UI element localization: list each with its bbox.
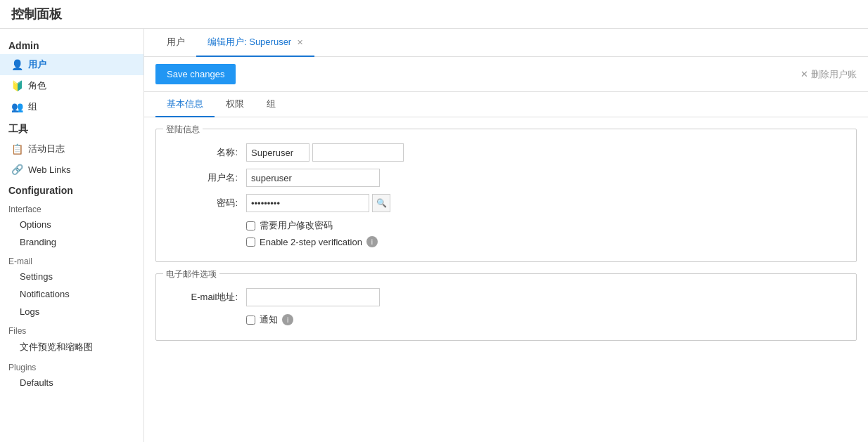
name-label: 名称: [167,146,238,159]
sidebar-item-notifications[interactable]: Notifications [0,285,143,303]
app-title: 控制面板 [11,6,857,22]
main-layout: Admin 👤 用户 🔰 角色 👥 组 工具 📋 活动日志 🔗 Web Link… [0,29,868,442]
login-section: 登陆信息 名称: 用户名: 密码: 🔍 [155,129,857,262]
groups-icon: 👥 [11,101,23,112]
users-icon: 👤 [11,59,23,70]
two-step-verification-label: Enable 2-step verification [260,237,362,247]
sidebar-item-defaults[interactable]: Defaults [0,374,143,391]
two-step-info-icon[interactable]: i [366,236,378,247]
content-area: 用户 编辑用户: Superuser ✕ Save changes ✕ 删除用户… [144,29,868,442]
sidebar-item-roles[interactable]: 🔰 角色 [0,75,143,96]
sidebar-item-activity-log-label: 活动日志 [28,143,65,155]
email-input[interactable] [246,288,380,306]
config-section-title: Configuration [0,179,143,199]
require-password-change-checkbox[interactable] [246,221,255,230]
sidebar-item-groups[interactable]: 👥 组 [0,96,143,117]
sidebar-item-email-settings[interactable]: Settings [0,268,143,285]
username-input[interactable] [246,169,380,187]
interface-category-label: Interface [0,199,143,216]
sidebar-item-branding[interactable]: Branding [0,233,143,251]
email-label: E-mail地址: [167,291,238,304]
sidebar-item-options[interactable]: Options [0,216,143,233]
tab-edit-user[interactable]: 编辑用户: Superuser ✕ [196,29,314,57]
files-category-label: Files [0,320,143,337]
password-label: 密码: [167,197,238,209]
two-step-verification-checkbox[interactable] [246,238,255,247]
password-wrapper: 🔍 [246,194,390,212]
web-links-icon: 🔗 [11,164,23,175]
form-area: 登陆信息 名称: 用户名: 密码: 🔍 [144,117,868,442]
delete-user-button[interactable]: ✕ 删除用户账 [800,68,857,81]
sidebar-item-file-preview[interactable]: 文件预览和缩略图 [0,337,143,357]
require-password-change-row: 需要用户修改密码 [246,219,845,232]
username-row: 用户名: [167,169,845,187]
password-row: 密码: 🔍 [167,194,845,212]
email-section: 电子邮件选项 E-mail地址: 通知 i [155,273,857,341]
sub-tab-groups[interactable]: 组 [255,92,287,117]
tab-close-icon[interactable]: ✕ [297,38,303,46]
username-label: 用户名: [167,171,238,184]
password-toggle-button[interactable]: 🔍 [372,194,390,212]
notify-checkbox[interactable] [246,316,255,325]
sidebar-item-groups-label: 组 [28,100,37,113]
name-first-input[interactable] [246,143,309,162]
sub-tab-basic-info[interactable]: 基本信息 [155,92,215,117]
sidebar-item-web-links[interactable]: 🔗 Web Links [0,160,143,179]
sidebar-item-logs[interactable]: Logs [0,303,143,320]
admin-section-title: Admin [0,34,143,54]
login-section-legend: 登陆信息 [163,124,203,136]
sub-tab-permissions[interactable]: 权限 [215,92,255,117]
sub-tabs: 基本信息 权限 组 [144,92,868,117]
email-row: E-mail地址: [167,288,845,306]
sidebar-item-users[interactable]: 👤 用户 [0,54,143,75]
plugins-category-label: Plugins [0,357,143,374]
tab-users[interactable]: 用户 [155,29,196,57]
email-section-legend: 电子邮件选项 [163,268,219,280]
password-input[interactable] [246,194,369,212]
sidebar-item-roles-label: 角色 [28,79,46,92]
notify-info-icon[interactable]: i [282,314,293,325]
name-last-input[interactable] [312,143,404,162]
tools-section-title: 工具 [0,117,143,138]
sidebar-item-users-label: 用户 [28,58,46,71]
roles-icon: 🔰 [11,80,23,91]
save-button[interactable]: Save changes [155,64,236,84]
tabs-bar: 用户 编辑用户: Superuser ✕ [144,29,868,57]
activity-log-icon: 📋 [11,143,23,155]
sidebar: Admin 👤 用户 🔰 角色 👥 组 工具 📋 活动日志 🔗 Web Link… [0,29,144,442]
notify-label: 通知 [260,313,278,326]
toolbar: Save changes ✕ 删除用户账 [144,57,868,92]
name-row: 名称: [167,143,845,162]
require-password-change-label: 需要用户修改密码 [260,219,333,232]
sidebar-item-web-links-label: Web Links [28,164,70,175]
email-category-label: E-mail [0,251,143,268]
sidebar-item-activity-log[interactable]: 📋 活动日志 [0,138,143,160]
app-header: 控制面板 [0,0,868,29]
